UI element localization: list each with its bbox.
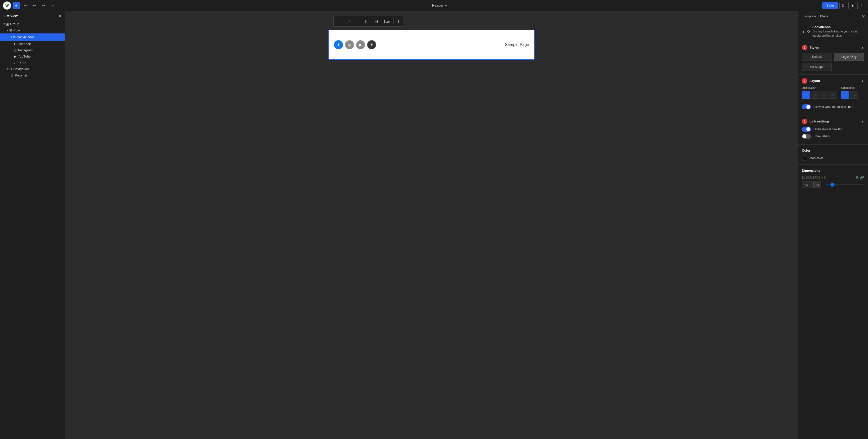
left-sidebar: List View ✕ ▾ ▣ Group ▾ ⊞ Row ▾ xyxy=(0,11,65,439)
share-button[interactable]: ↗ xyxy=(345,17,353,25)
new-tab-toggle[interactable] xyxy=(802,127,811,132)
new-tab-label: Open links in new tab xyxy=(813,127,842,131)
sidebar-header: List View ✕ xyxy=(0,11,65,21)
align-button[interactable]: ⊣ xyxy=(372,17,380,25)
style-default-button[interactable]: Default xyxy=(802,53,832,61)
sidebar-item-social-icons[interactable]: ▾ ⟳ Social Icons ⋮ xyxy=(0,33,65,41)
add-social-icon-button[interactable]: + xyxy=(367,40,376,49)
orient-vertical-button[interactable]: ↓ xyxy=(850,91,858,99)
layout-chevron-icon[interactable]: ▲ xyxy=(861,79,864,83)
sidebar-item-row[interactable]: ▾ ⊞ Row xyxy=(0,27,65,33)
navigation-chevron-icon: ▾ xyxy=(7,67,8,71)
social-icons-title-group: SocialIcons Display icons linking to you… xyxy=(812,25,864,38)
redo-button[interactable]: ↪ xyxy=(40,2,47,9)
spacing-input[interactable] xyxy=(802,182,813,188)
social-desc-header: ▲ ⟳ SocialIcons Display icons linking to… xyxy=(798,22,868,41)
orient-horizontal-button[interactable]: → xyxy=(841,91,849,99)
wrap-toggle[interactable] xyxy=(802,104,811,109)
show-labels-toggle[interactable] xyxy=(802,134,811,139)
link-chevron-icon[interactable]: ▲ xyxy=(861,120,864,123)
dimensions-section: Dimensions ⋮ BLOCK SPACING ⊞ 🔗 px xyxy=(798,165,868,192)
social-icons-more-button[interactable]: ⋮ xyxy=(59,35,63,39)
row-label: Row xyxy=(13,28,63,32)
navigation-label: Navigation xyxy=(13,67,63,71)
just-center-button[interactable]: ↔ xyxy=(811,91,819,99)
justification-buttons: ⊣ ↔ ⊢ ↕ xyxy=(802,91,837,99)
header-chevron-icon[interactable]: ▾ xyxy=(445,3,447,7)
youtube-social-icon[interactable]: ▶ xyxy=(356,40,365,49)
dimensions-more-button[interactable]: ⋮ xyxy=(860,168,864,173)
social-desc-chevron-icon[interactable]: ▲ xyxy=(802,30,805,33)
icon-color-swatch[interactable] xyxy=(802,155,807,161)
transform-button[interactable]: ⌶ xyxy=(335,17,343,25)
navigate-button[interactable]: ⟨⟩ xyxy=(362,17,370,25)
settings-icon-button[interactable]: ⚙ xyxy=(839,2,847,9)
icon-color-label: Icon color xyxy=(810,156,823,160)
layout-number-badge: 2 xyxy=(802,78,807,84)
sample-page-link[interactable]: Sample Page xyxy=(505,42,529,47)
just-left-button[interactable]: ⊣ xyxy=(802,91,810,99)
spacing-slider[interactable] xyxy=(825,185,864,185)
youtube-icon: ▶ xyxy=(14,55,17,58)
dimensions-section-title: Dimensions xyxy=(802,169,820,173)
save-button[interactable]: Save xyxy=(822,2,838,9)
color-section-header: Color ⋮ xyxy=(802,148,864,153)
canvas-area: ⌶ ↗ ⠿ ⟨⟩ ⊣ Size ⋮ f ◎ xyxy=(65,11,798,439)
more-options-button[interactable]: ⋮ xyxy=(858,2,865,9)
group-label: Group xyxy=(10,22,63,26)
list-view-title: List View xyxy=(3,14,18,18)
canvas-dark-area xyxy=(70,60,793,434)
youtube-label: YouTube xyxy=(18,55,63,58)
add-icon-glyph: + xyxy=(370,42,373,48)
tab-block[interactable]: Block xyxy=(818,12,830,21)
sidebar-item-group[interactable]: ▾ ▣ Group xyxy=(0,21,65,27)
just-space-button[interactable]: ↕ xyxy=(829,91,837,99)
facebook-social-icon[interactable]: f xyxy=(334,40,343,49)
add-block-button[interactable]: + xyxy=(12,2,20,9)
spacing-input-group: px xyxy=(802,182,821,188)
more-toolbar-button[interactable]: ⋮ xyxy=(395,17,403,25)
drag-handle-button[interactable]: ⠿ xyxy=(353,17,362,25)
styles-pill-row: Pill Shape xyxy=(802,63,864,71)
panel-tabs: Template Block ✕ xyxy=(798,11,868,22)
sidebar-item-facebook[interactable]: f Facebook xyxy=(0,41,65,47)
main-layout: List View ✕ ▾ ▣ Group ▾ ⊞ Row ▾ xyxy=(0,11,868,439)
style-pill-shape-button[interactable]: Pill Shape xyxy=(802,63,832,71)
sidebar-close-button[interactable]: ✕ xyxy=(58,13,62,18)
show-labels-toggle-row: Show labels xyxy=(802,134,864,139)
styles-section: 1 Styles ▲ Default Logos Only Pill Shape xyxy=(798,41,868,75)
tab-template[interactable]: Template xyxy=(801,12,818,21)
list-view-button[interactable]: ≡ xyxy=(49,2,56,9)
layout-section-title: 2 Layout xyxy=(802,78,820,84)
wrap-label: Allow to wrap to multiple lines xyxy=(813,105,853,108)
color-section-title: Color xyxy=(802,149,810,152)
color-more-button[interactable]: ⋮ xyxy=(860,148,864,153)
undo-button[interactable]: ↩ xyxy=(31,2,38,9)
group-icon: ▣ xyxy=(6,22,9,26)
sidebar-item-instagram[interactable]: ◎ Instagram xyxy=(0,47,65,53)
link-settings-header: 3 Link settings ▲ xyxy=(802,119,864,124)
instagram-social-icon[interactable]: ◎ xyxy=(345,40,354,49)
size-button[interactable]: Size xyxy=(381,19,392,24)
block-spacing-label: BLOCK SPACING xyxy=(802,176,826,179)
sidebar-item-navigation[interactable]: ▾ ⊙ Navigation xyxy=(0,66,65,72)
panel-close-button[interactable]: ✕ xyxy=(862,14,865,19)
styles-number-badge: 1 xyxy=(802,45,807,50)
just-right-button[interactable]: ⊢ xyxy=(820,91,828,99)
social-icons-row: f ◎ ▶ + xyxy=(334,40,376,49)
spacing-link-icon-button[interactable]: 🔗 xyxy=(860,176,864,180)
sidebar-item-tiktok[interactable]: ♪ TikTok xyxy=(0,60,65,66)
contrast-icon-button[interactable]: ◑ xyxy=(848,2,856,9)
edit-tool-button[interactable]: ✏ xyxy=(22,2,29,9)
toolbar-divider xyxy=(344,18,344,24)
wp-logo-icon[interactable]: W xyxy=(3,1,11,9)
block-spacing-header: BLOCK SPACING ⊞ 🔗 xyxy=(802,176,864,180)
style-logos-only-button[interactable]: Logos Only xyxy=(834,53,864,61)
page-list-label: Page List xyxy=(15,73,63,77)
sidebar-item-page-list[interactable]: ☰ Page List xyxy=(0,72,65,79)
page-list-icon: ☰ xyxy=(10,73,13,77)
styles-chevron-icon[interactable]: ▲ xyxy=(861,46,864,49)
spacing-grid-icon-button[interactable]: ⊞ xyxy=(856,176,859,180)
row-icon: ⊞ xyxy=(9,28,12,32)
sidebar-item-youtube[interactable]: ▶ YouTube xyxy=(0,53,65,60)
